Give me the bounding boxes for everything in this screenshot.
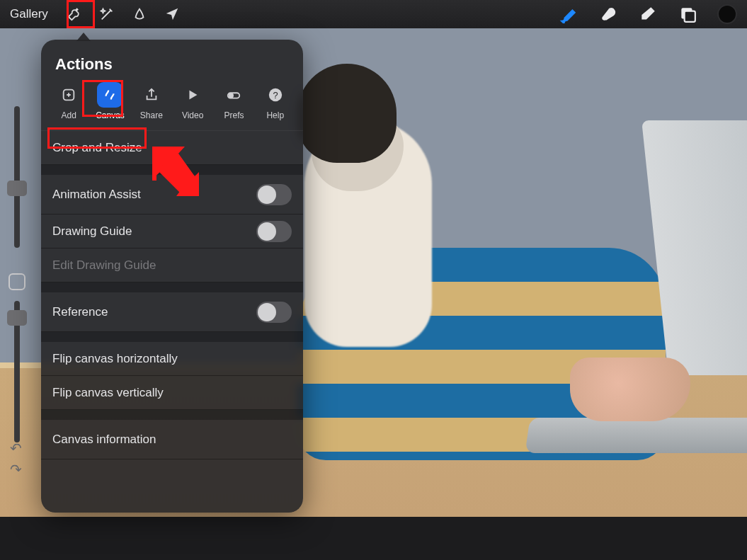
menu-canvas-information[interactable]: Canvas information <box>41 420 303 459</box>
menu-animation-assist-label: Animation Assist <box>52 188 141 202</box>
wrench-icon[interactable] <box>62 2 86 26</box>
tab-prefs-label: Prefs <box>224 110 244 120</box>
actions-tabs: Add Canvas Share Video Prefs ? Help <box>41 82 303 130</box>
color-swatch[interactable] <box>714 1 740 27</box>
tab-canvas-label: Canvas <box>96 110 125 120</box>
popover-caret <box>76 33 91 41</box>
svg-rect-1 <box>685 11 695 22</box>
video-icon <box>180 82 205 108</box>
menu-flip-vertical[interactable]: Flip canvas vertically <box>41 376 303 410</box>
tab-help-label: Help <box>266 110 284 120</box>
paintbrush-icon[interactable] <box>556 1 581 27</box>
prefs-icon <box>221 82 246 108</box>
tab-add-label: Add <box>61 110 76 120</box>
menu-edit-drawing-guide: Edit Drawing Guide <box>41 248 303 282</box>
brush-size-handle[interactable] <box>7 181 27 196</box>
wand-icon[interactable] <box>95 2 119 26</box>
gallery-button[interactable]: Gallery <box>0 7 58 21</box>
actions-popover: Actions Add Canvas Share Video Prefs <box>41 40 303 513</box>
svg-text:?: ? <box>273 90 278 101</box>
canvas-icon <box>97 82 122 108</box>
redo-button[interactable]: ↷ <box>10 461 27 478</box>
hand <box>570 358 690 421</box>
tab-video[interactable]: Video <box>173 82 212 120</box>
tab-add[interactable]: Add <box>49 82 89 120</box>
tab-help[interactable]: ? Help <box>256 82 295 120</box>
svg-point-4 <box>229 93 234 98</box>
tab-canvas[interactable]: Canvas <box>90 82 130 120</box>
menu-crop-resize[interactable]: Crop and Resize <box>41 131 303 165</box>
add-icon <box>56 82 81 108</box>
menu-crop-resize-label: Crop and Resize <box>52 141 142 155</box>
smudge-icon[interactable] <box>595 1 621 27</box>
menu-drawing-guide[interactable]: Drawing Guide <box>41 215 303 248</box>
menu-edit-drawing-guide-label: Edit Drawing Guide <box>52 258 156 273</box>
toggle-reference[interactable] <box>256 302 292 323</box>
menu-drawing-guide-label: Drawing Guide <box>52 224 132 239</box>
tab-share-label: Share <box>140 110 163 120</box>
selection-icon[interactable] <box>127 2 152 26</box>
tab-prefs[interactable]: Prefs <box>214 82 253 120</box>
menu-flip-vertical-label: Flip canvas vertically <box>52 386 164 400</box>
opacity-handle[interactable] <box>7 310 27 326</box>
eyedropper-button[interactable] <box>8 273 25 290</box>
eraser-icon[interactable] <box>635 1 661 27</box>
brush-size-slider[interactable] <box>14 106 20 248</box>
menu-reference[interactable]: Reference <box>41 292 303 332</box>
laptop-base <box>525 418 747 453</box>
menu-canvas-information-label: Canvas information <box>52 433 156 447</box>
canvas-menu: Crop and Resize Animation Assist Drawing… <box>41 130 303 459</box>
toggle-animation-assist[interactable] <box>256 184 292 205</box>
top-toolbar: Gallery <box>0 0 747 28</box>
menu-reference-label: Reference <box>52 305 108 319</box>
menu-animation-assist[interactable]: Animation Assist <box>41 175 303 215</box>
menu-flip-horizontal-label: Flip canvas horizontally <box>52 352 178 366</box>
side-sliders: ↶ ↷ <box>4 106 30 474</box>
tab-video-label: Video <box>182 110 203 120</box>
menu-flip-horizontal[interactable]: Flip canvas horizontally <box>41 342 303 376</box>
help-icon: ? <box>263 82 288 108</box>
undo-button[interactable]: ↶ <box>10 440 27 457</box>
toggle-drawing-guide[interactable] <box>256 221 292 242</box>
dog-head <box>297 64 397 163</box>
bottom-bar <box>0 517 747 560</box>
tab-share[interactable]: Share <box>132 82 171 120</box>
layers-icon[interactable] <box>675 1 700 27</box>
share-icon <box>139 82 164 108</box>
popover-title: Actions <box>41 40 303 82</box>
move-icon[interactable] <box>160 2 184 26</box>
